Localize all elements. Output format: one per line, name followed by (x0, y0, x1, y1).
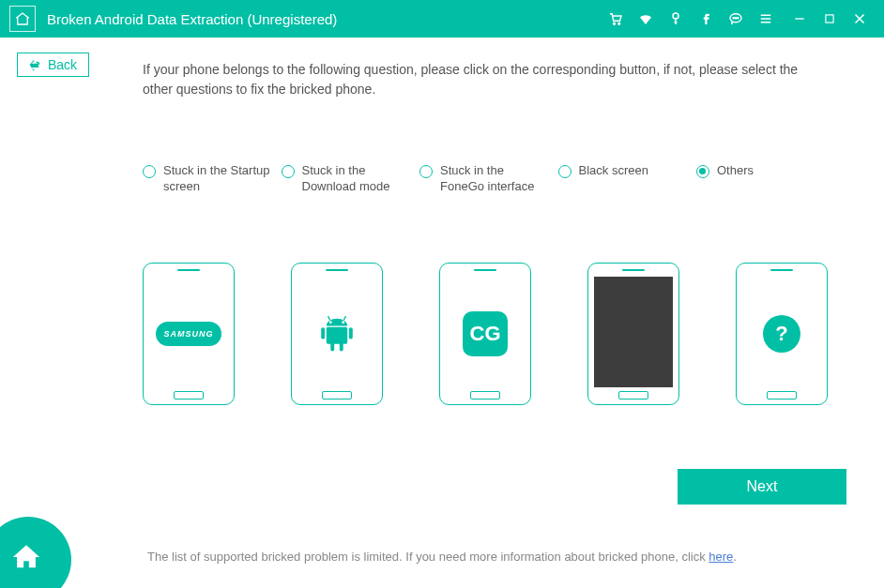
phone-others: ? (736, 263, 828, 405)
cart-icon[interactable] (604, 8, 627, 30)
option-startup-screen[interactable]: Stuck in the Startup screen (143, 163, 274, 195)
phone-fonego: CG (439, 263, 531, 405)
back-arrow-icon (29, 58, 42, 71)
option-label: Stuck in the Startup screen (163, 163, 274, 195)
back-button[interactable]: Back (17, 53, 89, 77)
svg-rect-7 (826, 15, 833, 23)
option-download-mode[interactable]: Stuck in the Download mode (282, 163, 413, 195)
footer-text: The list of supported bricked problem is… (0, 550, 884, 564)
phone-samsung: SAMSUNG (143, 263, 235, 405)
question-icon: ? (763, 315, 800, 353)
svg-rect-15 (330, 343, 334, 352)
next-button[interactable]: Next (678, 469, 846, 505)
svg-point-4 (733, 18, 734, 19)
app-title: Broken Android Data Extraction (Unregist… (47, 11, 337, 27)
svg-point-2 (673, 13, 678, 19)
wifi-icon[interactable] (634, 8, 657, 30)
radio-icon (282, 165, 295, 178)
svg-point-0 (614, 23, 616, 24)
footer-after: . (733, 550, 737, 564)
chat-icon[interactable] (724, 8, 747, 30)
svg-rect-16 (340, 343, 343, 352)
option-fonego-interface[interactable]: Stuck in the FoneGo interface (419, 163, 551, 195)
menu-icon[interactable] (754, 8, 777, 30)
option-others[interactable]: Others (696, 163, 828, 195)
phones-row: SAMSUNG CG ? (143, 263, 828, 405)
footer-here-link[interactable]: here (709, 550, 733, 564)
maximize-icon[interactable] (818, 8, 841, 30)
option-label: Stuck in the FoneGo interface (440, 163, 551, 195)
samsung-logo-icon: SAMSUNG (156, 322, 221, 346)
option-label: Black screen (579, 163, 648, 179)
fonego-icon: CG (463, 311, 508, 356)
radio-icon (419, 165, 433, 178)
titlebar: Broken Android Data Extraction (Unregist… (0, 0, 884, 38)
svg-line-10 (328, 316, 329, 320)
option-label: Others (717, 163, 754, 179)
svg-point-5 (735, 18, 736, 19)
svg-point-6 (738, 18, 739, 19)
footer-before: The list of supported bricked problem is… (147, 550, 709, 564)
svg-point-1 (618, 23, 620, 24)
svg-point-8 (329, 321, 332, 324)
phone-android (291, 263, 383, 405)
home-icon[interactable] (9, 6, 36, 32)
instruction-text: If your phone belongs to the following q… (143, 60, 828, 99)
key-icon[interactable] (664, 8, 687, 30)
minimize-icon[interactable] (788, 8, 811, 30)
home-corner-button[interactable] (0, 517, 71, 588)
svg-point-9 (342, 321, 344, 324)
main-content: Back If your phone belongs to the follow… (0, 38, 884, 588)
back-label: Back (48, 57, 77, 72)
option-black-screen[interactable]: Black screen (558, 163, 690, 195)
facebook-icon[interactable] (694, 8, 717, 30)
android-icon (311, 308, 363, 360)
black-screen-icon (594, 277, 673, 387)
svg-rect-14 (349, 327, 353, 339)
home-icon (10, 541, 42, 573)
phone-black-screen (587, 263, 679, 405)
options-row: Stuck in the Startup screen Stuck in the… (143, 163, 828, 195)
option-label: Stuck in the Download mode (302, 163, 413, 195)
radio-icon (696, 165, 709, 178)
svg-line-11 (343, 316, 345, 320)
radio-icon (558, 165, 572, 178)
close-icon[interactable] (848, 8, 871, 30)
svg-rect-13 (321, 327, 325, 339)
radio-icon (143, 165, 156, 178)
svg-rect-12 (327, 327, 347, 344)
